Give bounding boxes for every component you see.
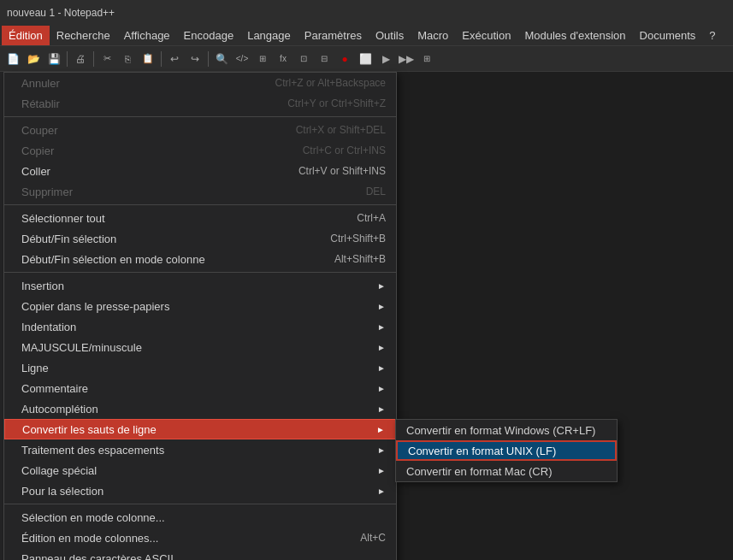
menu-select-tout-label: Sélectionner tout (21, 212, 340, 225)
menu-selection-colonne[interactable]: Sélection en mode colonne... (4, 507, 396, 528)
toolbar-save[interactable]: 💾 (44, 50, 63, 68)
submenu-convertir: Convertir en format Windows (CR+LF) Conv… (395, 419, 618, 482)
toolbar-new[interactable]: 📄 (3, 50, 22, 68)
menu-annuler-shortcut: Ctrl+Z or Alt+Backspace (275, 77, 386, 89)
toolbar-record[interactable]: ● (335, 50, 354, 68)
menu-item-encodage[interactable]: Encodage (177, 26, 241, 45)
menu-couper-label: Couper (21, 124, 279, 137)
menu-pour-selection-label: Pour la sélection (21, 485, 370, 498)
menu-commentaire[interactable]: Commentaire ► (4, 378, 396, 398)
toolbar-copy[interactable]: ⎘ (118, 50, 137, 68)
menu-traitement-esp[interactable]: Traitement des espacements ► (4, 439, 396, 460)
divider-2 (4, 204, 396, 205)
menu-ligne-arrow: ► (377, 363, 386, 373)
menu-insertion[interactable]: Insertion ► (4, 275, 396, 296)
toolbar-print[interactable]: 🖨 (71, 50, 90, 68)
toolbar-find[interactable]: 🔍 (212, 50, 231, 68)
toolbar-paste[interactable]: 📋 (139, 50, 157, 68)
menu-edition-colonnes-label: Édition en mode colonnes... (21, 532, 343, 545)
menu-collage-special[interactable]: Collage spécial ► (4, 460, 396, 480)
menu-indentation-arrow: ► (377, 322, 386, 332)
menu-copier[interactable]: Copier Ctrl+C or Ctrl+INS (4, 140, 396, 161)
toolbar: 📄 📂 💾 🖨 ✂ ⎘ 📋 ↩ ↪ 🔍 </> ⊞ fx ⊡ ⊟ ● ⬜ ▶ ▶… (0, 46, 733, 72)
menu-annuler[interactable]: Annuler Ctrl+Z or Alt+Backspace (4, 73, 396, 93)
menu-item-help[interactable]: ? (702, 26, 722, 45)
menu-copier-presse-arrow: ► (377, 302, 386, 311)
menu-item-documents[interactable]: Documents (633, 26, 703, 45)
menu-insertion-label: Insertion (21, 280, 370, 292)
submenu-windows-label: Convertir en format Windows (CR+LF) (406, 424, 595, 437)
menu-retablir[interactable]: Rétablir Ctrl+Y or Ctrl+Shift+Z (4, 93, 396, 114)
menu-commentaire-label: Commentaire (21, 382, 370, 395)
menu-edition-colonnes[interactable]: Édition en mode colonnes... Alt+C (4, 528, 396, 548)
menu-bar: Édition Recherche Affichage Encodage Lan… (0, 26, 733, 46)
menu-select-tout-shortcut: Ctrl+A (357, 212, 386, 224)
menu-debut-fin-col[interactable]: Début/Fin sélection en mode colonne Alt+… (4, 249, 396, 269)
menu-item-langage[interactable]: Langage (240, 26, 298, 45)
dropdown-overlay[interactable]: Annuler Ctrl+Z or Alt+Backspace Rétablir… (0, 72, 733, 560)
menu-panneau-ascii[interactable]: Panneau des caractères ASCII (4, 548, 396, 560)
title-text: nouveau 1 - Notepad++ (7, 7, 115, 19)
menu-copier-presse-label: Copier dans le presse-papiers (21, 300, 370, 313)
menu-indentation[interactable]: Indentation ► (4, 316, 396, 337)
divider-3 (4, 272, 396, 273)
menu-convertir-sauts-label: Convertir les sauts de ligne (22, 423, 369, 436)
menu-coller[interactable]: Coller Ctrl+V or Shift+INS (4, 161, 396, 181)
menu-edition-colonnes-shortcut: Alt+C (360, 532, 386, 544)
divider-4 (4, 504, 396, 504)
menu-debut-fin-sel[interactable]: Début/Fin sélection Ctrl+Shift+B (4, 228, 396, 249)
menu-pour-selection[interactable]: Pour la sélection ► (4, 480, 396, 501)
menu-supprimer-label: Supprimer (21, 186, 349, 198)
toolbar-stop[interactable]: ⬜ (356, 50, 375, 68)
toolbar-open[interactable]: 📂 (24, 50, 43, 68)
menu-item-modules[interactable]: Modules d'extension (517, 26, 632, 45)
menu-item-affichage[interactable]: Affichage (117, 26, 177, 45)
toolbar-sep-2 (93, 51, 94, 67)
menu-autocompletion[interactable]: Autocomplétion ► (4, 398, 396, 419)
toolbar-play[interactable]: ▶ (376, 50, 395, 68)
toolbar-goto[interactable]: ⊞ (253, 50, 272, 68)
menu-traitement-esp-arrow: ► (377, 445, 386, 455)
menu-traitement-esp-label: Traitement des espacements (21, 444, 370, 457)
menu-debut-fin-col-label: Début/Fin sélection en mode colonne (21, 253, 317, 266)
menu-item-recherche[interactable]: Recherche (50, 26, 117, 45)
menu-autocompletion-label: Autocomplétion (21, 403, 370, 416)
menu-item-macro[interactable]: Macro (411, 26, 455, 45)
menu-collage-special-label: Collage spécial (21, 464, 370, 477)
menu-convertir-sauts[interactable]: Convertir les sauts de ligne ► Convertir… (4, 419, 396, 439)
toolbar-btn6[interactable]: ⊟ (315, 50, 334, 68)
menu-copier-presse[interactable]: Copier dans le presse-papiers ► (4, 296, 396, 316)
toolbar-cut[interactable]: ✂ (98, 50, 116, 68)
toolbar-replace[interactable]: </> (233, 50, 251, 68)
menu-retablir-label: Rétablir (21, 97, 270, 110)
submenu-unix[interactable]: Convertir en format UNIX (LF) (396, 440, 617, 461)
menu-copier-shortcut: Ctrl+C or Ctrl+INS (303, 144, 386, 156)
divider-1 (4, 116, 396, 117)
menu-debut-fin-col-shortcut: Alt+Shift+B (334, 253, 386, 265)
submenu-unix-label: Convertir en format UNIX (LF) (408, 445, 556, 457)
menu-supprimer-shortcut: DEL (366, 186, 386, 197)
toolbar-undo[interactable]: ↩ (165, 50, 184, 68)
menu-item-parametres[interactable]: Paramètres (298, 26, 369, 45)
menu-ligne[interactable]: Ligne ► (4, 357, 396, 378)
toolbar-redo[interactable]: ↪ (186, 50, 204, 68)
menu-ligne-label: Ligne (21, 362, 370, 374)
toolbar-playall[interactable]: ▶▶ (397, 50, 416, 68)
menu-debut-fin-sel-label: Début/Fin sélection (21, 233, 313, 245)
menu-majuscule[interactable]: MAJUSCULE/minuscule ► (4, 337, 396, 357)
toolbar-fx[interactable]: fx (274, 50, 293, 68)
menu-select-tout[interactable]: Sélectionner tout Ctrl+A (4, 208, 396, 228)
menu-item-outils[interactable]: Outils (369, 26, 411, 45)
menu-item-execution[interactable]: Exécution (455, 26, 517, 45)
menu-supprimer[interactable]: Supprimer DEL (4, 181, 396, 202)
menu-coller-label: Coller (21, 165, 281, 178)
toolbar-btn7[interactable]: ⊞ (417, 50, 436, 68)
submenu-mac-label: Convertir en format Mac (CR) (406, 465, 552, 478)
toolbar-btn5[interactable]: ⊡ (294, 50, 313, 68)
menu-item-edition[interactable]: Édition (2, 26, 50, 45)
menu-couper[interactable]: Couper Ctrl+X or Shift+DEL (4, 120, 396, 140)
submenu-windows[interactable]: Convertir en format Windows (CR+LF) (396, 420, 617, 440)
menu-pour-selection-arrow: ► (377, 486, 386, 496)
submenu-mac[interactable]: Convertir en format Mac (CR) (396, 461, 617, 481)
menu-autocompletion-arrow: ► (377, 404, 386, 414)
